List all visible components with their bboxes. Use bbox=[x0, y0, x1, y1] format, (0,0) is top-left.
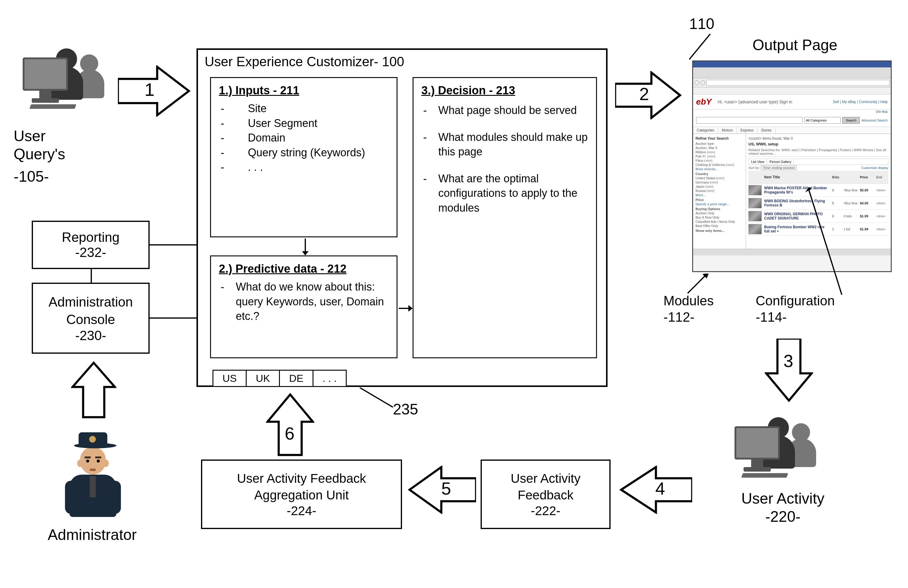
flow-arrow-4-label: 4 bbox=[655, 478, 665, 498]
predictive-heading: 2.) Predictive data - 212 bbox=[219, 263, 389, 275]
user-activity-ref: -220- bbox=[723, 508, 843, 525]
flow-arrow-2-label: 2 bbox=[639, 84, 649, 104]
region-tab: . . . bbox=[312, 370, 347, 386]
region-tab: UK bbox=[246, 370, 280, 386]
flow-arrow-5-label: 5 bbox=[441, 478, 451, 498]
result-price: $4.00 bbox=[860, 201, 874, 205]
output-ref-top: 110 bbox=[689, 15, 714, 33]
site-searchbar: All Categories Search Advanced Search bbox=[693, 114, 891, 127]
search-input[interactable] bbox=[696, 117, 802, 124]
reporting-label: Reporting bbox=[62, 230, 120, 245]
arrow-predictive-to-decision bbox=[399, 304, 413, 314]
welcome-text: Hi, <user> (advanced user type) Sign in bbox=[718, 100, 792, 104]
users-icon bbox=[23, 45, 113, 112]
result-price: $5.00 bbox=[860, 188, 874, 192]
reporting-box: Reporting -232- bbox=[32, 221, 150, 269]
modules-label: Modules bbox=[663, 293, 714, 308]
svg-line-6 bbox=[360, 388, 393, 407]
refine-item: Japan (<n>) bbox=[695, 185, 743, 188]
flow-arrow-1: 1 bbox=[118, 65, 190, 117]
site-tab[interactable]: Express bbox=[737, 127, 757, 134]
aggregation-ref: -224- bbox=[287, 504, 316, 518]
col-header: Price bbox=[860, 176, 874, 179]
svg-line-9 bbox=[687, 274, 707, 293]
connector-reporting-admin bbox=[91, 269, 92, 283]
view-option[interactable]: List View bbox=[749, 159, 767, 164]
svg-line-11 bbox=[808, 189, 842, 295]
inputs-heading: 1.) Inputs - 211 bbox=[219, 84, 389, 97]
customizer-title: User Experience Customizer- 100 bbox=[198, 50, 606, 74]
svg-marker-5 bbox=[408, 305, 412, 312]
refine-item: Pub.Yr. (<n>) bbox=[695, 155, 743, 158]
browser-statusbar bbox=[693, 249, 891, 255]
decision-box: 3.) Decision - 213 -What page should be … bbox=[412, 77, 597, 358]
admin-console-label: Administration Console bbox=[49, 293, 133, 328]
predictive-box: 2.) Predictive data - 212 -What do we kn… bbox=[210, 255, 398, 358]
aggregation-box: User Activity Feedback Aggregation Unit … bbox=[201, 459, 402, 529]
refine-item: Specify a price range... bbox=[695, 202, 743, 206]
admin-console-ref: -230- bbox=[75, 328, 106, 343]
customize-display[interactable]: Customize display bbox=[861, 166, 889, 169]
site-tab[interactable]: Categories bbox=[693, 127, 718, 134]
svg-marker-3 bbox=[302, 251, 309, 255]
refine-item: Buy It Now Only bbox=[695, 216, 743, 219]
inputs-list: -Site -User Segment -Domain -Query strin… bbox=[221, 101, 389, 175]
decision-heading: 3.) Decision - 213 bbox=[421, 84, 588, 97]
aggregation-label: User Activity Feedback Aggregation Unit bbox=[237, 470, 366, 503]
refine-item: Country bbox=[695, 172, 743, 176]
result-end: <time> bbox=[876, 215, 889, 218]
modules-ref: -112- bbox=[663, 309, 695, 325]
result-end: <time> bbox=[876, 188, 889, 192]
refine-item: Ribbon (<n>) bbox=[695, 150, 743, 154]
feedback-box: User Activity Feedback -222- bbox=[481, 459, 610, 529]
site-tabs: Categories Motors Express Stores bbox=[693, 127, 891, 134]
refine-item: Show only items... bbox=[695, 229, 743, 232]
refine-item: Price bbox=[695, 198, 743, 201]
decision-item: What page should be served bbox=[438, 103, 588, 118]
flow-arrow-6-label: 6 bbox=[285, 423, 295, 443]
flow-arrow-4: 4 bbox=[620, 466, 692, 514]
config-leader bbox=[795, 187, 843, 298]
customizer-container: User Experience Customizer- 100 1.) Inpu… bbox=[196, 48, 607, 387]
arrow-inputs-to-predictive bbox=[301, 238, 310, 257]
decision-list: -What page should be served -What module… bbox=[423, 103, 588, 216]
config-label: Configuration bbox=[756, 293, 835, 308]
site-map-link: Site Map bbox=[693, 110, 891, 114]
view-option[interactable]: Picture Gallery bbox=[767, 159, 794, 164]
refine-item: Auction, War II bbox=[695, 146, 743, 150]
col-header: End bbox=[876, 176, 889, 179]
flow-arrow-3: 3 bbox=[765, 338, 813, 402]
result-format: 1 bid bbox=[844, 228, 858, 231]
site-tab[interactable]: Stores bbox=[757, 127, 776, 134]
result-format: 0 bids bbox=[844, 215, 858, 218]
connector-admin-customizer bbox=[150, 317, 196, 319]
site-tab[interactable]: Motors bbox=[718, 127, 737, 134]
refine-item: Auction type bbox=[695, 142, 743, 145]
browser-addressbar bbox=[693, 78, 891, 87]
region-tabs: US UK DE . . . bbox=[213, 370, 346, 386]
inputs-box: 1.) Inputs - 211 -Site -User Segment -Do… bbox=[210, 77, 398, 237]
refine-item: Buying Options bbox=[695, 207, 743, 211]
user-activity-icon bbox=[734, 414, 825, 481]
sort-select[interactable]: Time: ending soonest bbox=[761, 165, 797, 170]
refine-item: Russia (<n>) bbox=[695, 189, 743, 193]
result-format: =Buy Now bbox=[844, 188, 858, 192]
refine-item: More... bbox=[695, 193, 743, 197]
user-query-label: User Query's bbox=[14, 127, 92, 163]
inputs-item: Site bbox=[236, 101, 389, 116]
region-tab: DE bbox=[279, 370, 313, 386]
results-query: US, WWII, setup bbox=[749, 142, 889, 146]
reporting-ref: -232- bbox=[75, 245, 106, 260]
output-page-title: Output Page bbox=[731, 36, 858, 54]
inputs-item: Domain bbox=[236, 130, 389, 145]
search-category[interactable]: All Categories bbox=[804, 117, 840, 124]
output-page-mock: ebY Hi, <user> (advanced user type) Sign… bbox=[692, 60, 892, 272]
advanced-search-link[interactable]: Advanced Search bbox=[861, 119, 888, 122]
svg-marker-12 bbox=[805, 187, 811, 192]
flow-arrow-2: 2 bbox=[615, 71, 682, 119]
flow-arrow-3-label: 3 bbox=[784, 351, 793, 371]
search-button[interactable]: Search bbox=[842, 117, 860, 124]
result-format: =Buy Now bbox=[844, 201, 858, 205]
result-end: <time> bbox=[876, 228, 889, 231]
result-price: $1.99 bbox=[860, 227, 874, 231]
